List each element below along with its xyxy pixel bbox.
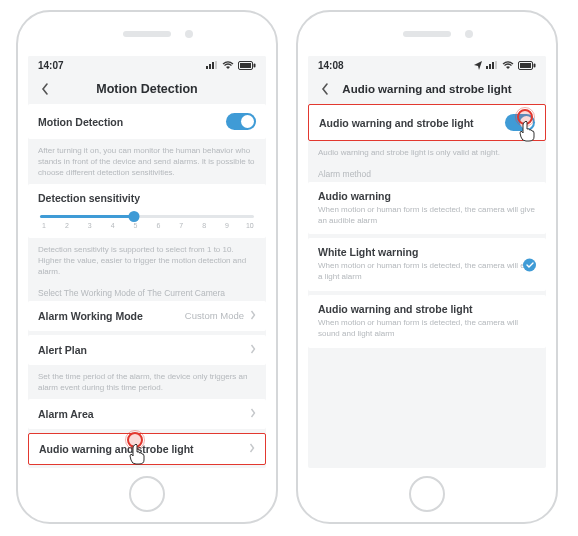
- toggle-audio-strobe[interactable]: [505, 114, 535, 131]
- content-left: Motion Detection After turning it on, yo…: [28, 104, 266, 468]
- tick-2: 2: [63, 222, 71, 229]
- svg-rect-5: [240, 63, 251, 68]
- option-desc: When motion or human form is detected, t…: [318, 205, 536, 227]
- option-title: White Light warning: [318, 246, 536, 258]
- nav-bar: Audio warning and strobe light: [308, 74, 546, 104]
- svg-rect-6: [254, 63, 256, 67]
- tick-6: 6: [154, 222, 162, 229]
- alarm-working-mode-row[interactable]: Alarm Working Mode Custom Mode: [28, 301, 266, 331]
- alarm-working-mode-label: Alarm Working Mode: [38, 310, 185, 322]
- alarm-area-label: Alarm Area: [38, 408, 244, 420]
- tick-10: 10: [246, 222, 254, 229]
- phone-speaker: [403, 31, 451, 37]
- tick-3: 3: [86, 222, 94, 229]
- back-button[interactable]: [316, 80, 334, 98]
- tick-9: 9: [223, 222, 231, 229]
- svg-rect-10: [495, 61, 497, 69]
- option-title: Audio warning: [318, 190, 536, 202]
- content-right: Audio warning and strobe light Audio war…: [308, 104, 546, 468]
- status-time: 14:08: [318, 60, 344, 71]
- tick-7: 7: [177, 222, 185, 229]
- alarm-area-row[interactable]: Alarm Area: [28, 399, 266, 429]
- option-audio-and-strobe[interactable]: Audio warning and strobe light When moti…: [308, 295, 546, 348]
- slider-ticks: 1 2 3 4 5 6 7 8 9 10: [40, 222, 254, 229]
- nav-bar: Motion Detection: [28, 74, 266, 104]
- back-button[interactable]: [36, 80, 54, 98]
- phone-camera: [465, 30, 473, 38]
- chevron-right-icon: [250, 344, 256, 356]
- audio-strobe-toggle-label: Audio warning and strobe light: [319, 117, 505, 129]
- status-bar: 14:08: [308, 56, 546, 74]
- chevron-right-icon: [250, 408, 256, 420]
- sensitivity-card: Detection sensitivity 1 2 3 4 5 6 7: [28, 184, 266, 238]
- screen-right: 14:08 Audio warning and strobe light Aud…: [308, 56, 546, 468]
- option-audio-warning[interactable]: Audio warning When motion or human form …: [308, 182, 546, 235]
- status-icons: [474, 61, 536, 70]
- audio-warning-strobe-row[interactable]: Audio warning and strobe light: [28, 433, 266, 465]
- audio-strobe-toggle-row[interactable]: Audio warning and strobe light: [308, 104, 546, 141]
- option-white-light-warning[interactable]: White Light warning When motion or human…: [308, 238, 546, 291]
- tick-5: 5: [132, 222, 140, 229]
- svg-rect-3: [215, 61, 217, 69]
- svg-rect-13: [534, 63, 536, 67]
- audio-strobe-toggle-desc: Audio warning and strobe light is only v…: [308, 145, 546, 165]
- chevron-left-icon: [320, 82, 330, 96]
- battery-icon: [238, 61, 256, 70]
- option-desc: When motion or human form is detected, t…: [318, 261, 536, 283]
- phone-mockup-right: 14:08 Audio warning and strobe light Aud…: [296, 10, 558, 524]
- checkmark-icon: [523, 258, 536, 271]
- home-button[interactable]: [129, 476, 165, 512]
- wifi-icon: [222, 61, 234, 70]
- toggle-motion-detection[interactable]: [226, 113, 256, 130]
- status-icons: [206, 61, 256, 70]
- signal-icon: [486, 61, 498, 69]
- chevron-right-icon: [249, 443, 255, 455]
- home-button[interactable]: [409, 476, 445, 512]
- option-desc: When motion or human form is detected, t…: [318, 318, 536, 340]
- alarm-method-section-label: Alarm method: [308, 165, 546, 182]
- svg-rect-0: [206, 66, 208, 69]
- wifi-icon: [502, 61, 514, 70]
- slider-fill: [40, 215, 136, 218]
- status-bar: 14:07: [28, 56, 266, 74]
- location-icon: [474, 61, 482, 70]
- slider-thumb[interactable]: [128, 211, 139, 222]
- phone-mockup-left: 14:07 Motion Detection Motion Detection: [16, 10, 278, 524]
- sensitivity-title: Detection sensitivity: [38, 192, 256, 204]
- svg-rect-2: [212, 62, 214, 69]
- sensitivity-desc: Detection sensitivity is supported to se…: [28, 242, 266, 283]
- status-time: 14:07: [38, 60, 64, 71]
- tick-8: 8: [200, 222, 208, 229]
- phone-camera: [185, 30, 193, 38]
- svg-rect-1: [209, 64, 211, 69]
- page-title: Motion Detection: [54, 82, 240, 96]
- signal-icon: [206, 61, 218, 69]
- page-title: Audio warning and strobe light: [334, 83, 520, 95]
- tick-1: 1: [40, 222, 48, 229]
- motion-detection-label: Motion Detection: [38, 116, 226, 128]
- mode-section-label: Select The Working Mode of The Current C…: [28, 284, 266, 301]
- battery-icon: [518, 61, 536, 70]
- phone-speaker: [123, 31, 171, 37]
- motion-detection-toggle-row[interactable]: Motion Detection: [28, 104, 266, 139]
- motion-detection-desc: After turning it on, you can monitor the…: [28, 143, 266, 184]
- sensitivity-slider[interactable]: 1 2 3 4 5 6 7 8 9 10: [38, 210, 256, 228]
- svg-rect-9: [492, 62, 494, 69]
- tick-4: 4: [109, 222, 117, 229]
- chevron-right-icon: [250, 310, 256, 322]
- screen-left: 14:07 Motion Detection Motion Detection: [28, 56, 266, 468]
- alert-plan-desc: Set the time period of the alarm, the de…: [28, 369, 266, 400]
- alert-plan-row[interactable]: Alert Plan: [28, 335, 266, 365]
- audio-warning-strobe-label: Audio warning and strobe light: [39, 443, 243, 455]
- alert-plan-label: Alert Plan: [38, 344, 244, 356]
- chevron-left-icon: [40, 82, 50, 96]
- svg-rect-7: [486, 66, 488, 69]
- alarm-working-mode-value: Custom Mode: [185, 310, 244, 321]
- svg-rect-12: [520, 63, 531, 68]
- svg-rect-8: [489, 64, 491, 69]
- option-title: Audio warning and strobe light: [318, 303, 536, 315]
